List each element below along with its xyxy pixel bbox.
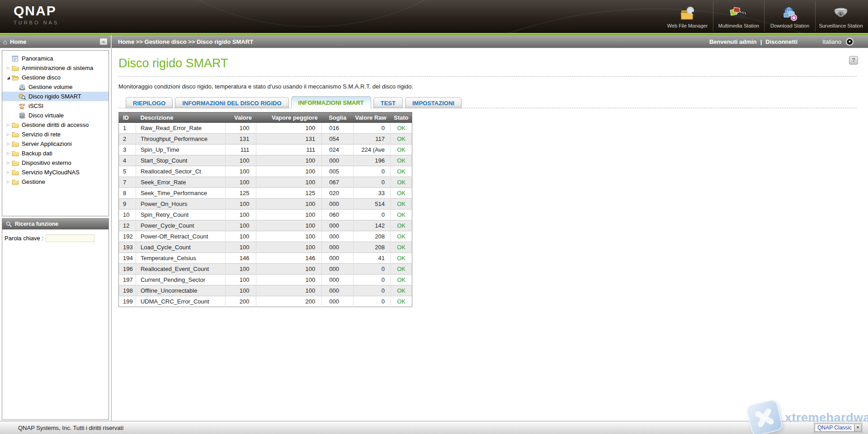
folder-icon: [12, 131, 19, 138]
table-cell: Power_Cycle_Count: [136, 220, 225, 231]
sidebar-item-iscsi[interactable]: iSCSIiSCSI: [2, 101, 108, 111]
sidebar-item-gestione-disco[interactable]: ◢Gestione disco: [2, 73, 108, 82]
tab-test[interactable]: TEST: [373, 97, 403, 108]
tree-collapsed-arrow-icon[interactable]: ▷: [5, 142, 12, 146]
sidebar-item-disco-virtuale[interactable]: Disco virtuale: [2, 111, 108, 120]
table-cell: 111: [256, 145, 322, 155]
sidebar-item-dispositivo-esterno[interactable]: ▷Dispositivo esterno: [2, 158, 108, 168]
sidebar-item-gestione[interactable]: ▷Gestione: [2, 177, 108, 187]
help-button[interactable]: ?: [849, 56, 858, 65]
tab-riepilogo[interactable]: RIEPILOGO: [126, 97, 173, 108]
table-row: 3Spin_Up_Time111111024224 (AveOK: [119, 145, 412, 155]
theme-select[interactable]: QNAP Classic ▼: [815, 424, 862, 432]
table-cell: 194: [119, 253, 136, 264]
keyword-input[interactable]: [46, 234, 94, 242]
folder-icon: [12, 169, 19, 176]
sidebar-item-backup-dati[interactable]: ▷Backup dati: [2, 149, 108, 158]
station-web-file-manager[interactable]: Web File Manager: [662, 1, 713, 32]
copyright-text: QNAP Systems, Inc. Tutti i diritti riser…: [18, 425, 123, 431]
table-cell: 192: [119, 231, 136, 242]
tree-collapsed-arrow-icon[interactable]: ▷: [5, 151, 12, 155]
language-dropdown-button[interactable]: ▼: [846, 38, 854, 46]
tab-informazioni-smart[interactable]: INFORMAZIONI SMART: [291, 96, 371, 108]
table-cell: 0: [354, 296, 391, 307]
tree-expanded-arrow-icon[interactable]: ◢: [5, 75, 12, 80]
sidebar-item-label: Gestione volume: [28, 84, 73, 90]
table-cell: 125: [225, 188, 256, 199]
table-cell: Start_Stop_Count: [136, 155, 225, 166]
table-cell: 060: [322, 210, 354, 220]
table-cell: Temperature_Celsius: [136, 253, 225, 264]
table-cell: 000: [322, 231, 354, 242]
table-row: 7Seek_Error_Rate1001000670OK: [119, 177, 412, 188]
table-cell: 100: [256, 177, 322, 188]
table-cell: 193: [119, 242, 136, 253]
sidebar-item-label: Gestione: [22, 178, 45, 185]
language-area: Italiano ▼: [822, 38, 854, 46]
status-cell: OK: [391, 210, 412, 220]
table-cell: Spin_Retry_Count: [136, 210, 225, 220]
folder-icon: [12, 150, 19, 157]
table-cell: 100: [256, 242, 322, 253]
sidebar-item-servizio-mycloudnas[interactable]: ▷Servizio MyCloudNAS: [2, 168, 108, 177]
table-cell: 100: [256, 199, 322, 210]
table-cell: 199: [119, 296, 136, 307]
multimedia-station-icon: [730, 6, 748, 22]
column-header-descrizione: Descrizione: [136, 112, 225, 123]
table-row: 196Reallocated_Event_Count1001000000OK: [119, 264, 412, 275]
table-cell: Raw_Read_Error_Rate: [136, 123, 225, 134]
table-cell: 0: [354, 123, 391, 134]
table-cell: 100: [256, 275, 322, 285]
sidebar-item-disco-rigido-smart[interactable]: Disco rigido SMART: [2, 92, 108, 101]
table-cell: 024: [322, 145, 354, 155]
home-icon: ⌂: [3, 38, 7, 45]
folder-icon: [12, 122, 19, 128]
table-cell: 131: [225, 134, 256, 145]
tree-collapsed-arrow-icon[interactable]: ▷: [5, 180, 12, 184]
sidebar-collapse-button[interactable]: «: [99, 38, 108, 45]
tree-collapsed-arrow-icon[interactable]: ▷: [5, 132, 12, 136]
sidebar-item-gestione-volume[interactable]: Gestione volume: [2, 82, 108, 92]
column-header-valore-raw: Valore Raw: [354, 112, 391, 123]
tree-collapsed-arrow-icon[interactable]: ▷: [5, 170, 12, 174]
download-station-icon: [781, 6, 799, 22]
table-cell: 0: [354, 285, 391, 296]
surveillance-station-icon: [832, 6, 850, 22]
table-cell: 016: [322, 123, 354, 134]
station-shortcuts: Web File ManagerMultimedia StationDownlo…: [662, 1, 866, 32]
column-header-stato: Stato: [391, 112, 412, 123]
station-download-station[interactable]: Download Station: [764, 1, 815, 32]
tree-collapsed-arrow-icon[interactable]: ▷: [5, 161, 12, 165]
sidebar-item-label: Panoramica: [22, 55, 53, 62]
tab-strip: RIEPILOGOINFORMAZIONI DEL DISCO RIGIDOIN…: [126, 96, 859, 108]
station-label: Web File Manager: [667, 23, 708, 28]
function-search-panel: Ricerca funzione Parola chiave :: [2, 218, 109, 420]
table-cell: 2: [119, 134, 136, 145]
sidebar-item-panoramica[interactable]: Panoramica: [2, 54, 108, 63]
table-cell: 198: [119, 285, 136, 296]
status-cell: OK: [391, 275, 412, 285]
sidebar-item-label: Gestione disco: [22, 74, 61, 81]
tree-collapsed-arrow-icon[interactable]: ▷: [5, 123, 12, 127]
station-surveillance-station[interactable]: Surveillance Station: [815, 1, 866, 32]
table-row: 194Temperature_Celsius14614600041OK: [119, 253, 412, 264]
station-multimedia-station[interactable]: Multimedia Station: [713, 1, 764, 32]
table-row: 5Reallocated_Sector_Ct1001000050OK: [119, 166, 412, 177]
table-cell: Load_Cycle_Count: [136, 242, 225, 253]
table-cell: 000: [322, 155, 354, 166]
sidebar-item-servizio-di-rete[interactable]: ▷Servizio di rete: [2, 130, 108, 139]
tab-informazioni-del-disco-rigido[interactable]: INFORMAZIONI DEL DISCO RIGIDO: [175, 97, 288, 108]
chevron-down-icon: ▼: [854, 424, 861, 431]
status-cell: OK: [391, 166, 412, 177]
table-cell: 0: [354, 275, 391, 285]
sidebar-item-server-applicazioni[interactable]: ▷Server Applicazioni: [2, 139, 108, 149]
sidebar-item-amministrazione-di-sistema[interactable]: ▷Amministrazione di sistema: [2, 63, 108, 73]
table-cell: 200: [225, 296, 256, 307]
sidebar-item-gestione-diritti-di-accesso[interactable]: ▷Gestione diritti di accesso: [2, 120, 108, 130]
sidebar-item-label: Servizio di rete: [22, 131, 61, 138]
virtual-disk-icon: [19, 112, 26, 119]
tree-collapsed-arrow-icon[interactable]: ▷: [5, 66, 12, 70]
table-row: 2Throughput_Performance131131054117OK: [119, 134, 412, 145]
logout-link[interactable]: Disconnetti: [765, 38, 797, 45]
tab-impostazioni[interactable]: IMPOSTAZIONI: [405, 97, 462, 108]
